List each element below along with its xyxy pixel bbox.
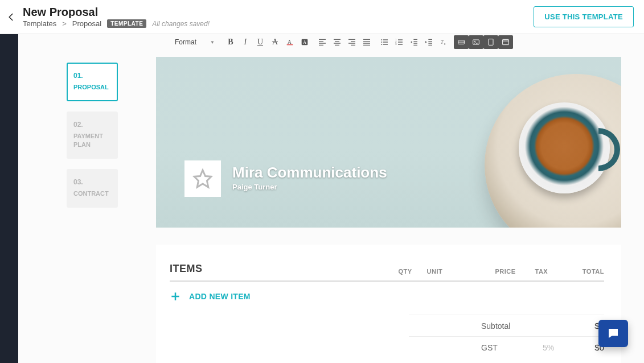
- section-number: 02.: [73, 121, 111, 129]
- text-color-button[interactable]: A: [282, 35, 297, 49]
- svg-point-17: [474, 41, 475, 42]
- insert-block-1-button[interactable]: [454, 35, 469, 49]
- save-status: All changes saved!: [152, 20, 210, 28]
- template-badge: TEMPLATE: [107, 19, 146, 28]
- col-price: PRICE: [495, 268, 535, 275]
- section-card-proposal[interactable]: 01. PROPOSAL: [67, 63, 118, 101]
- strikethrough-icon: A: [272, 38, 278, 46]
- svg-point-8: [381, 42, 382, 43]
- star-icon: [192, 168, 213, 189]
- subtotal-label: Subtotal: [481, 321, 532, 331]
- section-name: PAYMENT PLAN: [73, 132, 111, 148]
- insert-block-4-button[interactable]: [498, 35, 513, 49]
- svg-text:A: A: [303, 40, 306, 45]
- clear-format-button[interactable]: Tx: [436, 35, 451, 49]
- underline-icon: U: [257, 38, 263, 46]
- use-template-button[interactable]: USE THIS TEMPLATE: [534, 6, 634, 27]
- items-title: ITEMS: [170, 263, 363, 275]
- align-justify-icon: [362, 38, 371, 47]
- gst-row: GST 5% $0: [409, 336, 604, 358]
- format-dropdown[interactable]: Format ▼: [170, 36, 220, 48]
- breadcrumb-templates[interactable]: Templates: [23, 19, 56, 28]
- bullet-list-icon: [380, 38, 389, 47]
- section-name: CONTRACT: [73, 189, 111, 197]
- svg-point-9: [381, 44, 382, 45]
- hero-company: Mira Communications: [232, 164, 387, 182]
- bold-button[interactable]: B: [223, 35, 238, 49]
- svg-text:x: x: [444, 42, 446, 46]
- insert-image-icon: [471, 38, 481, 47]
- chevron-left-icon: [6, 12, 17, 22]
- italic-icon: I: [244, 38, 247, 46]
- toolbar-separator: [313, 37, 314, 47]
- numbered-list-icon: 123: [395, 38, 404, 47]
- insert-window-icon: [501, 38, 510, 47]
- toolbar-separator: [375, 37, 376, 47]
- back-button[interactable]: [0, 0, 23, 34]
- chat-button[interactable]: [598, 320, 628, 347]
- toolbar-separator: [452, 37, 453, 47]
- insert-page-icon: [486, 38, 495, 47]
- text-color-icon: A: [285, 38, 294, 47]
- underline-button[interactable]: U: [253, 35, 268, 49]
- svg-rect-18: [489, 39, 493, 46]
- insert-block-3-button[interactable]: [483, 35, 498, 49]
- editor: Format ▼ B I U A A A 123 Tx: [156, 34, 621, 363]
- col-qty: QTY: [399, 268, 427, 275]
- section-number: 01.: [73, 72, 111, 80]
- svg-marker-20: [194, 170, 211, 187]
- clear-format-icon: Tx: [439, 38, 448, 47]
- header-titles: New Proposal Templates > Proposal TEMPLA…: [23, 6, 534, 28]
- align-justify-button[interactable]: [359, 35, 374, 49]
- add-item-label: ADD NEW ITEM: [189, 292, 251, 301]
- bold-icon: B: [228, 38, 233, 46]
- hero-contact: Paige Turner: [232, 183, 387, 191]
- add-item-button[interactable]: ADD NEW ITEM: [170, 282, 604, 311]
- section-number: 03.: [73, 178, 111, 186]
- outdent-icon: [409, 38, 419, 47]
- outdent-button[interactable]: [407, 35, 421, 49]
- chat-icon: [606, 327, 620, 340]
- svg-rect-4: [287, 44, 293, 45]
- items-header-row: ITEMS QTY UNIT PRICE TAX TOTAL: [170, 263, 604, 282]
- col-unit: UNIT: [427, 268, 473, 275]
- col-total: TOTAL: [569, 268, 605, 275]
- bullet-list-button[interactable]: [377, 35, 392, 49]
- align-left-button[interactable]: [315, 35, 330, 49]
- insert-block-2-button[interactable]: [469, 35, 483, 49]
- gst-label: GST: [481, 343, 532, 352]
- section-name: PROPOSAL: [73, 83, 111, 91]
- italic-button[interactable]: I: [238, 35, 253, 49]
- subtotal-row: Subtotal $0: [409, 315, 604, 336]
- svg-text:T: T: [441, 39, 444, 45]
- align-right-button[interactable]: [344, 35, 359, 49]
- svg-point-7: [381, 39, 382, 40]
- align-left-icon: [318, 38, 327, 47]
- format-label: Format: [175, 38, 196, 46]
- highlight-button[interactable]: A: [297, 35, 312, 49]
- hero-banner[interactable]: Mira Communications Paige Turner: [156, 57, 621, 228]
- left-siderail: [0, 34, 18, 363]
- section-card-payment-plan[interactable]: 02. PAYMENT PLAN: [67, 112, 118, 159]
- strikethrough-button[interactable]: A: [268, 35, 282, 49]
- highlight-icon: A: [300, 38, 309, 47]
- align-center-button[interactable]: [330, 35, 344, 49]
- plus-icon: [170, 291, 181, 302]
- section-card-contract[interactable]: 03. CONTRACT: [67, 169, 118, 208]
- page-title: New Proposal: [23, 6, 534, 18]
- svg-text:A: A: [288, 39, 292, 45]
- totals: Subtotal $0 GST 5% $0: [170, 315, 604, 358]
- items-panel: ITEMS QTY UNIT PRICE TAX TOTAL ADD NEW I…: [156, 245, 621, 363]
- breadcrumb-proposal[interactable]: Proposal: [72, 19, 101, 28]
- col-tax: TAX: [535, 268, 569, 275]
- svg-rect-19: [503, 39, 509, 44]
- indent-button[interactable]: [421, 35, 436, 49]
- hero-text: Mira Communications Paige Turner: [232, 164, 387, 191]
- insert-block-icon: [457, 38, 466, 47]
- numbered-list-button[interactable]: 123: [392, 35, 407, 49]
- svg-text:3: 3: [395, 43, 397, 46]
- section-nav: 01. PROPOSAL 02. PAYMENT PLAN 03. CONTRA…: [67, 63, 118, 208]
- gst-pct: 5%: [543, 343, 565, 352]
- align-center-icon: [333, 38, 342, 47]
- logo-placeholder[interactable]: [184, 160, 221, 197]
